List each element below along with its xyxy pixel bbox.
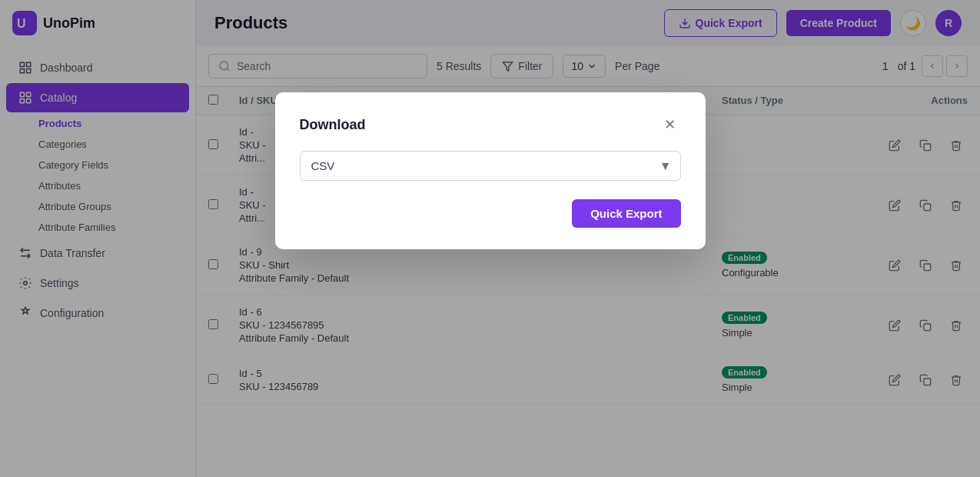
modal-quick-export-button[interactable]: Quick Export [572, 199, 680, 228]
format-select[interactable]: CSV XLSX JSON [300, 151, 681, 181]
modal-header: Download ✕ [300, 114, 681, 135]
close-icon: ✕ [664, 116, 676, 133]
modal-close-button[interactable]: ✕ [659, 114, 681, 135]
format-select-wrapper: CSV XLSX JSON ▼ [300, 151, 681, 181]
modal-export-label: Quick Export [590, 207, 662, 220]
modal-title: Download [300, 117, 366, 133]
modal-overlay[interactable]: Download ✕ CSV XLSX JSON ▼ Quick Export [0, 0, 980, 477]
modal-footer: Quick Export [300, 199, 681, 228]
download-modal: Download ✕ CSV XLSX JSON ▼ Quick Export [275, 92, 706, 249]
